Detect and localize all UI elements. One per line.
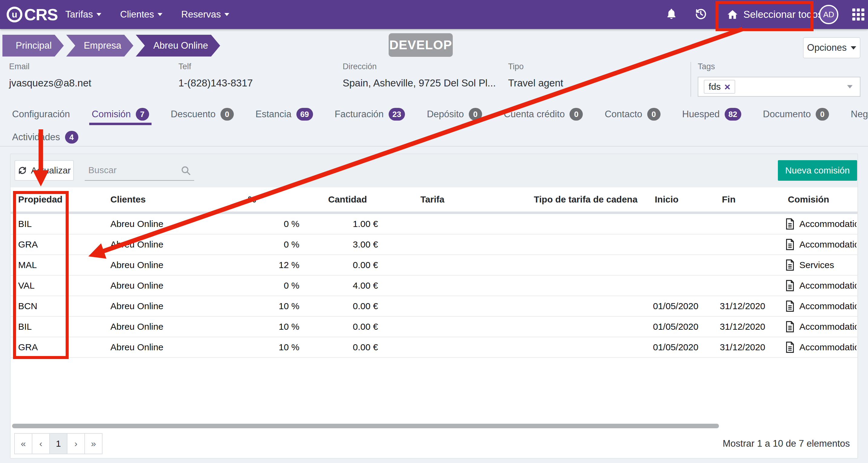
select-all-label: Seleccionar todos: [743, 9, 823, 20]
tab-actividades[interactable]: Actividades 4: [12, 128, 78, 146]
refresh-button[interactable]: Actualizar: [14, 160, 74, 181]
tab-count-badge: 23: [389, 108, 405, 121]
cell-pct: 10 %: [236, 296, 300, 316]
pagination-prev-button[interactable]: ‹: [32, 433, 50, 454]
table-row[interactable]: VAL Abreu Online 0 % 4.00 € Accommodatio…: [10, 276, 858, 296]
col-fin[interactable]: Fin: [722, 187, 736, 211]
pagination-first-button[interactable]: «: [14, 433, 32, 454]
table-row[interactable]: BIL Abreu Online 0 % 1.00 € Accommodatio…: [10, 214, 858, 234]
chevron-down-icon: [851, 46, 856, 49]
cell-clientes: Abreu Online: [111, 214, 163, 234]
breadcrumb-abreu-online[interactable]: Abreu Online: [136, 35, 220, 57]
chevron-down-icon: [847, 85, 852, 89]
email-field: Email jvasquezs@a8.net: [9, 62, 91, 89]
tags-field: Tags fds ×: [690, 62, 861, 97]
tab-documento[interactable]: Documento 0: [763, 103, 829, 126]
col-cantidad[interactable]: Cantidad: [328, 187, 367, 211]
cell-fin: 31/12/2020: [720, 296, 765, 316]
cell-propiedad: GRA: [18, 234, 38, 255]
select-all-home-button[interactable]: Seleccionar todos: [726, 9, 823, 20]
tab-label: Facturación: [335, 109, 384, 120]
document-icon: [785, 238, 795, 251]
col-propiedad[interactable]: Propiedad: [18, 187, 63, 211]
col-comision[interactable]: Comisión: [788, 187, 829, 211]
logo-circle-icon: u: [7, 7, 22, 22]
chevron-down-icon: [158, 13, 162, 16]
user-avatar[interactable]: AD: [819, 5, 838, 24]
tab-cuenta-credito[interactable]: Cuenta crédito 0: [504, 103, 583, 126]
horizontal-scrollbar-thumb[interactable]: [12, 424, 719, 428]
cell-propiedad: BCN: [18, 296, 37, 316]
cell-inicio: 01/05/2020: [653, 337, 698, 357]
remove-tag-button[interactable]: ×: [724, 81, 731, 92]
tab-negociadas[interactable]: Negociadas 0: [851, 103, 868, 126]
pagination-last-button[interactable]: »: [84, 433, 102, 454]
cell-comision: Accommodation: [785, 317, 857, 337]
table-row[interactable]: BIL Abreu Online 10 % 0.00 € 01/05/2020 …: [10, 317, 858, 337]
app-logo[interactable]: u CRS: [7, 0, 58, 29]
menu-tarifas[interactable]: Tarifas: [65, 9, 101, 20]
cell-propiedad: MAL: [18, 255, 37, 275]
cell-pct: 10 %: [236, 337, 300, 357]
address-field: Dirección Spain, Asheville, 9725 Del Sol…: [343, 62, 496, 89]
tab-label: Cuenta crédito: [504, 109, 565, 120]
apps-grid-icon[interactable]: [852, 8, 864, 21]
pagination-page-1[interactable]: 1: [49, 433, 67, 454]
divider: [0, 146, 868, 146]
tab-count-badge: 0: [647, 108, 660, 121]
menu-reservas-label: Reservas: [181, 9, 221, 20]
cell-propiedad: BIL: [18, 214, 32, 234]
tab-label: Negociadas: [851, 109, 868, 120]
cell-pct: 0 %: [236, 234, 300, 255]
table-row[interactable]: MAL Abreu Online 12 % 0.00 € Services: [10, 255, 858, 276]
type-value: Travel agent: [508, 77, 563, 89]
table-header: Propiedad Clientes % Cantidad Tarifa Tip…: [10, 187, 858, 211]
menu-clientes[interactable]: Clientes: [120, 9, 162, 20]
col-tarifa[interactable]: Tarifa: [421, 187, 444, 211]
refresh-label: Actualizar: [31, 165, 71, 175]
options-dropdown-button[interactable]: Opciones: [803, 37, 861, 58]
search-input[interactable]: [85, 160, 194, 180]
notifications-bell-icon[interactable]: [665, 7, 678, 22]
table-row[interactable]: GRA Abreu Online 0 % 3.00 € Accommodatio…: [10, 234, 858, 255]
tab-label: Descuento: [171, 109, 216, 120]
document-icon: [785, 341, 795, 353]
menu-tarifas-label: Tarifas: [65, 9, 93, 20]
tab-estancia[interactable]: Estancia 69: [255, 103, 313, 126]
cell-comision-label: Accommodation: [799, 317, 857, 337]
tab-facturacion[interactable]: Facturación 23: [335, 103, 405, 126]
tab-deposito[interactable]: Depósito 0: [427, 103, 482, 126]
col-tipo-tarifa-cadena[interactable]: Tipo de tarifa de cadena: [534, 187, 638, 211]
tab-contacto[interactable]: Contacto 0: [604, 103, 660, 126]
cell-pct: 0 %: [236, 276, 300, 296]
col-pct[interactable]: %: [248, 187, 256, 211]
breadcrumb: Principal Empresa Abreu Online: [2, 35, 220, 57]
menu-reservas[interactable]: Reservas: [181, 9, 229, 20]
tab-comision[interactable]: Comisión 7: [92, 103, 149, 126]
table-row[interactable]: BCN Abreu Online 10 % 0.00 € 01/05/2020 …: [10, 296, 858, 317]
col-inicio[interactable]: Inicio: [655, 187, 678, 211]
tab-count-badge: 69: [297, 108, 313, 121]
cell-comision: Accommodation: [785, 276, 857, 296]
history-icon[interactable]: [694, 7, 707, 22]
table-row[interactable]: GRA Abreu Online 10 % 0.00 € 01/05/2020 …: [10, 337, 858, 358]
tab-count-badge: 0: [469, 108, 482, 121]
tab-count-badge: 0: [569, 108, 583, 121]
cell-comision-label: Accommodation: [799, 234, 857, 255]
breadcrumb-principal[interactable]: Principal: [2, 35, 64, 57]
tab-descuento[interactable]: Descuento 0: [171, 103, 234, 126]
tab-label: Depósito: [427, 109, 464, 120]
phone-label: Telf: [179, 62, 253, 71]
cell-inicio: 01/05/2020: [653, 317, 698, 337]
cell-comision: Accommodation: [785, 234, 857, 255]
tab-huesped[interactable]: Huesped 82: [682, 103, 741, 126]
breadcrumb-empresa[interactable]: Empresa: [66, 35, 133, 57]
new-commission-button[interactable]: Nueva comisión: [778, 160, 857, 181]
tags-select[interactable]: fds ×: [698, 77, 861, 97]
cell-cantidad: 0.00 €: [297, 317, 378, 337]
tab-configuracion[interactable]: Configuración: [12, 103, 70, 126]
col-clientes[interactable]: Clientes: [111, 187, 146, 211]
tab-count-badge: 0: [220, 108, 234, 121]
pagination-next-button[interactable]: ›: [67, 433, 85, 454]
cell-clientes: Abreu Online: [111, 234, 163, 255]
